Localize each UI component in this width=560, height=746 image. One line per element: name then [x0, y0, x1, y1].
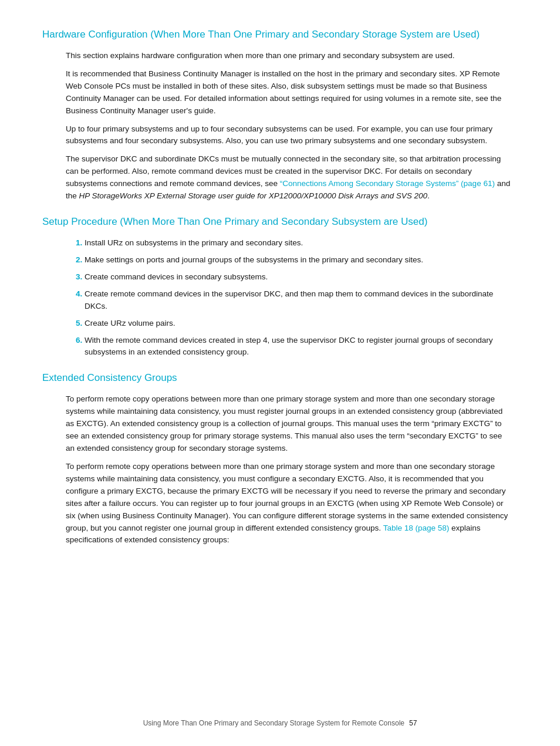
setup-procedure-heading: Setup Procedure (When More Than One Prim… [42, 215, 518, 229]
list-item: Create command devices in secondary subs… [85, 271, 518, 283]
footer-label: Using More Than One Primary and Secondar… [143, 718, 404, 728]
connections-link[interactable]: “Connections Among Secondary Storage Sys… [280, 179, 495, 188]
setup-procedure-list: Install URz on subsystems in the primary… [42, 237, 518, 359]
list-item: With the remote command devices created … [85, 335, 518, 359]
extended-consistency-text: To perform remote copy operations betwee… [66, 462, 508, 532]
hardware-config-heading: Hardware Configuration (When More Than O… [42, 28, 518, 42]
hardware-config-end: . [427, 191, 430, 200]
hardware-config-italic: HP StorageWorks XP External Storage user… [79, 191, 428, 200]
footer-page-number: 57 [409, 718, 417, 728]
hardware-config-para-2: It is recommended that Business Continui… [42, 68, 518, 117]
list-item: Install URz on subsystems in the primary… [85, 237, 518, 249]
table-18-link[interactable]: Table 18 (page 58) [383, 524, 450, 532]
list-item: Create URz volume pairs. [85, 318, 518, 330]
hardware-config-para-3: Up to four primary subsystems and up to … [42, 123, 518, 148]
hardware-config-para-4: The supervisor DKC and subordinate DKCs … [42, 153, 518, 202]
footer: Using More Than One Primary and Secondar… [0, 718, 560, 728]
setup-procedure-section: Setup Procedure (When More Than One Prim… [42, 215, 518, 359]
hardware-config-para-1: This section explains hardware configura… [42, 50, 518, 62]
list-item: Create remote command devices in the sup… [85, 288, 518, 313]
extended-consistency-section: Extended Consistency Groups To perform r… [42, 372, 518, 546]
list-item: Make settings on ports and journal group… [85, 254, 518, 266]
page: Hardware Configuration (When More Than O… [0, 0, 560, 746]
extended-consistency-heading: Extended Consistency Groups [42, 372, 518, 385]
extended-consistency-para-1: To perform remote copy operations betwee… [42, 393, 518, 455]
extended-consistency-para-2: To perform remote copy operations betwee… [42, 461, 518, 546]
hardware-config-section: Hardware Configuration (When More Than O… [42, 28, 518, 202]
